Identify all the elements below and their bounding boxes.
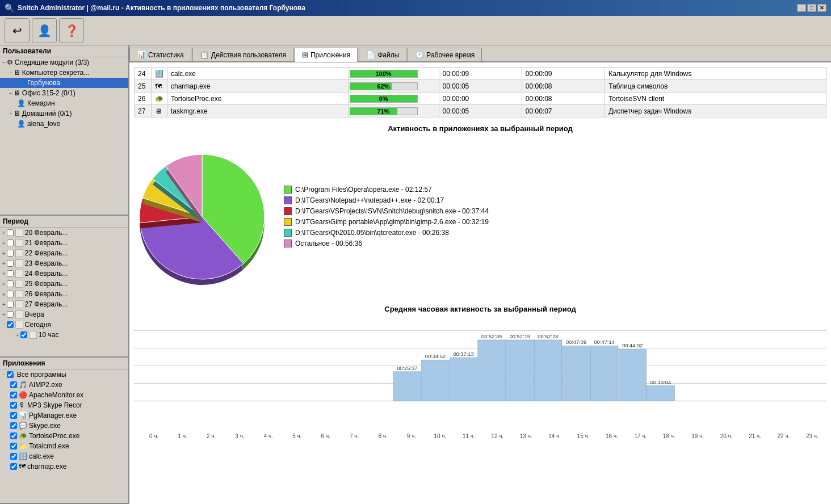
title-bar-text: Snitch Administrator | @mail.ru - Активн… [18, 4, 305, 12]
row-time1: 00:00:09 [439, 68, 522, 80]
x-label: 18 ч. [655, 433, 683, 439]
period-item-d21[interactable]: +21 Февраль... [0, 238, 128, 248]
app-tree-item-all[interactable]: −Все программы [0, 369, 128, 380]
back-button[interactable]: ↩ [5, 18, 30, 43]
table-row[interactable]: 24 🔢 calc.exe 100% 00:00:09 00:00:09 Кал… [135, 68, 826, 80]
x-label: 2 ч. [197, 433, 225, 439]
user-tree-item-comp1[interactable]: −🖥Компьютер секрета... [0, 68, 128, 78]
row-time2: 00:00:08 [522, 80, 605, 93]
bar-label: 00:44:02 [622, 343, 643, 348]
x-label: 13 ч. [511, 433, 540, 439]
period-tree: +20 Февраль...+21 Февраль...+22 Февраль.… [0, 228, 128, 356]
row-desc: Таблица символов [605, 80, 826, 93]
x-label: 15 ч. [569, 433, 597, 439]
app-tree-item-mp3[interactable]: 🎙MP3 Skype Recor [0, 400, 128, 410]
minimize-button[interactable]: _ [797, 4, 806, 12]
period-item-d22[interactable]: +22 Февраль... [0, 248, 128, 258]
bar-rect [647, 386, 675, 401]
period-header: Период [0, 216, 128, 228]
help-button[interactable]: ❓ [59, 18, 84, 43]
app-tree-item-charmap[interactable]: 🗺charmap.exe [0, 461, 128, 472]
x-label: 12 ч. [483, 433, 511, 439]
window-controls[interactable]: _ □ ✕ [797, 4, 826, 12]
pie-chart-svg-container [134, 137, 270, 298]
app-tree-item-pgmgr[interactable]: 📊PgManager.exe [0, 410, 128, 421]
maximize-button[interactable]: □ [807, 4, 816, 12]
legend-color [284, 207, 292, 215]
bar-rect [619, 350, 647, 401]
row-num: 26 [135, 93, 152, 105]
user-tree-item-ofis[interactable]: −🖥Офис 315-2 (0/1) [0, 88, 128, 98]
pie-legend: C:\Program Files\Opera\opera.exe - 02:12… [284, 186, 489, 250]
tab-files[interactable]: 📄Файлы [359, 48, 406, 61]
legend-color [284, 229, 292, 237]
x-label: 14 ч. [540, 433, 569, 439]
table-row[interactable]: 27 🖥 taskmgr.exe 71% 00:00:05 00:00:07 Д… [135, 105, 826, 117]
x-label: 10 ч. [426, 433, 454, 439]
table-row[interactable]: 26 🐢 TortoiseProc.exe 0% 00:00:00 00:00:… [135, 93, 826, 105]
app-tree-item-calc[interactable]: 🔢calc.exe [0, 451, 128, 461]
bar-rect [393, 372, 421, 401]
legend-item: D:\ITGears\Notepad++\notepad++.exe - 02:… [284, 196, 489, 204]
period-item-d24[interactable]: +24 Февраль... [0, 268, 128, 279]
period-item-d_sg[interactable]: −Сегодня [0, 320, 128, 330]
user-tree-item-home[interactable]: −🖥Домашний (0/1) [0, 108, 128, 119]
title-bar: 🔍 Snitch Administrator | @mail.ru - Акти… [0, 0, 831, 16]
x-label: 6 ч. [312, 433, 340, 439]
app-tree-item-skype[interactable]: 💬Skype.exe [0, 421, 128, 431]
tabs-bar: 📊Статистика📋Действия пользователя⊞Прилож… [129, 45, 831, 62]
period-item-d25[interactable]: +25 Февраль... [0, 279, 128, 289]
legend-color [284, 196, 292, 204]
x-label: 20 ч. [712, 433, 740, 439]
apps-header: Приложения [0, 358, 128, 369]
period-item-d_vc[interactable]: +Вчера [0, 309, 128, 320]
app-tree-item-total[interactable]: 📁Totalcmd.exe [0, 441, 128, 451]
bar-rect [422, 360, 450, 401]
user-tree-item-root[interactable]: −⚙Следящие модули (3/3) [0, 57, 128, 68]
bar-label: 00:34:52 [425, 354, 446, 359]
user-tree-item-gorb[interactable]: 👤Горбунова [0, 78, 128, 88]
app-table-container: 24 🔢 calc.exe 100% 00:00:09 00:00:09 Кал… [134, 67, 826, 117]
x-label: 7 ч. [340, 433, 368, 439]
user-tree-item-alena[interactable]: 👤alena_love [0, 119, 128, 129]
table-row[interactable]: 25 🗺 charmap.exe 62% 00:00:05 00:00:08 Т… [135, 80, 826, 93]
legend-item: D:\ITGears\Gimp portable\App\gimp\bin\gi… [284, 218, 489, 226]
period-item-d_10[interactable]: +10 час [0, 330, 128, 340]
bar-label: 00:47:14 [594, 339, 615, 345]
close-button[interactable]: ✕ [817, 4, 826, 12]
user-tree-item-kemar[interactable]: 👤Кемарин [0, 98, 128, 108]
row-time1: 00:00:00 [439, 93, 522, 105]
bar-label: 00:52:39 [481, 334, 502, 339]
legend-item: C:\Program Files\Opera\opera.exe - 02:12… [284, 186, 489, 194]
bar-chart-svg: 00:25:3700:34:5200:37:1300:52:3900:52:19… [134, 318, 826, 431]
row-icon: 🐢 [152, 93, 167, 105]
row-icon: 🗺 [152, 80, 167, 93]
legend-color [284, 240, 292, 247]
row-desc: Диспетчер задач Windows [605, 105, 826, 117]
period-item-d20[interactable]: +20 Февраль... [0, 228, 128, 238]
legend-item: D:\ITGears\VSProjects\!SVN\Snitch\debug\… [284, 207, 489, 215]
tab-actions[interactable]: 📋Действия пользователя [192, 48, 293, 61]
right-panel: 📊Статистика📋Действия пользователя⊞Прилож… [129, 45, 831, 504]
legend-item: Остальное - 00:56:36 [284, 240, 489, 247]
user-button[interactable]: 👤 [32, 18, 57, 43]
x-label: 22 ч. [769, 433, 798, 439]
period-section: Период +20 Февраль...+21 Февраль...+22 Ф… [0, 216, 128, 358]
apps-tree: −Все программы 🎵AIMP2.exe 🔴ApacheMonitor… [0, 369, 128, 503]
period-item-d23[interactable]: +23 Февраль... [0, 258, 128, 268]
row-progress: 100% [348, 68, 439, 80]
app-tree-item-tortoise[interactable]: 🐢TortoiseProc.exe [0, 431, 128, 441]
app-tree-item-aimp[interactable]: 🎵AIMP2.exe [0, 380, 128, 390]
period-item-d27[interactable]: +27 Февраль... [0, 299, 128, 309]
row-num: 24 [135, 68, 152, 80]
tab-apps[interactable]: ⊞Приложения [295, 48, 358, 62]
row-name: calc.exe [167, 68, 349, 80]
tab-worktime[interactable]: 🕐Рабочее время [408, 48, 482, 61]
tab-stats[interactable]: 📊Статистика [129, 48, 191, 61]
users-tree: −⚙Следящие модули (3/3)−🖥Компьютер секре… [0, 57, 128, 215]
row-desc: TortoiseSVN client [605, 93, 826, 105]
app-tree-item-apache[interactable]: 🔴ApacheMonitor.ex [0, 390, 128, 400]
row-time1: 00:00:05 [439, 80, 522, 93]
period-item-d26[interactable]: +26 Февраль... [0, 289, 128, 299]
x-label: 17 ч. [626, 433, 654, 439]
